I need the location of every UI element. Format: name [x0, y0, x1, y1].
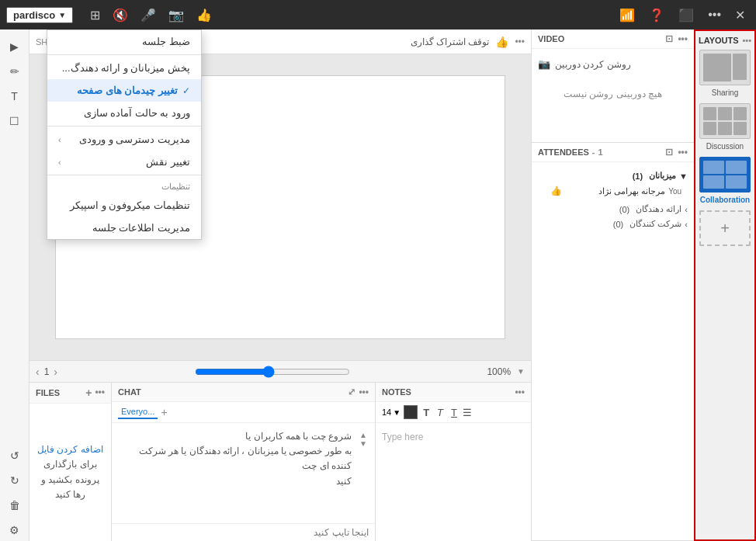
close-icon[interactable]: ✕ — [730, 5, 750, 26]
sidebar-pen-btn[interactable]: ✏ — [4, 61, 26, 82]
sidebar-redo-btn[interactable]: ↻ — [4, 470, 26, 491]
zoom-arrow[interactable]: ▼ — [517, 367, 525, 376]
presenters-section[interactable]: › ارائه دهندگان (0) — [532, 202, 694, 217]
mute-icon[interactable]: 🔇 — [108, 5, 133, 26]
video-content: 📷 روشن کردن دوربین هیچ دوربینی روشن نیست — [532, 49, 694, 142]
share-more-icon[interactable]: ••• — [515, 36, 525, 47]
app-title: pardisco — [13, 9, 55, 21]
layout-collaboration-label: Collaboration — [699, 196, 751, 204]
sidebar-settings-btn[interactable]: ⚙ — [4, 519, 26, 541]
prev-page-btn[interactable]: ‹ — [36, 366, 40, 378]
notes-bold-btn[interactable]: T — [421, 406, 432, 419]
menu-role-arrow: › — [58, 158, 61, 167]
files-add-link[interactable]: اضافه کردن فایل — [37, 444, 103, 455]
menu-item-access[interactable]: مدیریت دسترسی و ورودی › — [47, 128, 201, 151]
hosts-section-header[interactable]: ▼ میزبانان (1) — [538, 168, 688, 183]
menu-role-label: تغییر نقش — [146, 156, 190, 168]
attendees-more-icon[interactable]: ••• — [678, 147, 688, 158]
chat-input-area — [112, 523, 375, 541]
help-icon[interactable]: ❓ — [644, 5, 669, 26]
files-add-icon[interactable]: + — [85, 387, 92, 399]
sidebar-text-btn[interactable]: T — [4, 85, 26, 107]
notes-placeholder: Type here — [382, 432, 423, 442]
menu-item-session-info[interactable]: مدیریت اطلاعات جلسه — [47, 217, 201, 239]
layout-sharing-label: Sharing — [699, 88, 751, 97]
layouts-title: LAYOUTS — [699, 36, 739, 45]
presenters-arrow: › — [685, 205, 688, 214]
chat-content: ▲ ▼ شروع چت با همه کاربران یا به طور خصو… — [112, 423, 375, 523]
layout-add-btn[interactable]: + — [699, 210, 751, 246]
cthumb-cell-4 — [726, 175, 747, 189]
camera-toggle-row: 📷 روشن کردن دوربین — [538, 55, 688, 73]
chat-header-icons: ⤢ ••• — [348, 387, 369, 397]
layout-add-icon: + — [720, 220, 730, 238]
share-thumb-icon[interactable]: 👍 — [495, 36, 508, 48]
files-more-icon[interactable]: ••• — [95, 387, 105, 399]
hosts-label: میزبانان — [649, 171, 676, 181]
notes-more-icon[interactable]: ••• — [515, 387, 525, 397]
chat-input[interactable] — [118, 527, 369, 538]
menu-mic-settings-label: تنظیمات میکروفون و اسپیکر — [70, 199, 190, 211]
app-logo[interactable]: pardisco ▼ — [6, 7, 73, 23]
chat-expand-icon[interactable]: ⤢ — [348, 387, 355, 397]
stop-sharing-label: توقف اشتراک گذاری — [411, 36, 490, 47]
sidebar-shape-btn[interactable]: ☐ — [4, 110, 26, 132]
chat-scroll-down[interactable]: ▼ — [359, 439, 367, 448]
notes-font-arrow[interactable]: ▼ — [393, 408, 401, 417]
sidebar-undo-btn[interactable]: ↺ — [4, 445, 26, 466]
dthumb-cell-4 — [703, 122, 716, 135]
hosts-count: (1) — [633, 172, 643, 181]
chat-scroll-up[interactable]: ▲ — [359, 431, 367, 439]
next-page-btn[interactable]: › — [54, 366, 57, 378]
files-panel: FILES + ••• اضافه کردن فایل برای بازگذار… — [29, 383, 112, 541]
sidebar-pointer-btn[interactable]: ▶ — [4, 36, 26, 57]
grid-icon[interactable]: ⊞ — [85, 5, 105, 26]
video-expand-icon[interactable]: ⊡ — [665, 33, 673, 44]
dthumb-cell-2 — [718, 107, 731, 120]
attendees-expand-icon[interactable]: ⊡ — [665, 147, 673, 158]
zoom-slider[interactable] — [195, 366, 350, 378]
files-header-icons: + ••• — [85, 387, 105, 399]
layout-collaboration-option[interactable] — [699, 157, 751, 192]
menu-item-present[interactable]: پخش میزبانان و ارائه دهندگ... — [47, 57, 201, 79]
chat-message: شروع چت با همه کاربران یا به طور خصوصی ی… — [118, 429, 352, 489]
notes-italic-btn[interactable]: T — [435, 406, 446, 419]
files-upload-text: اضافه کردن فایل برای بازگذاری پرونده بکش… — [36, 442, 105, 502]
menu-section-settings: تنظیمات — [47, 177, 201, 194]
topbar: pardisco ▼ ⊞ 🔇 🎤 📷 👍 📶 ❓ ⬛ ••• ✕ — [0, 0, 756, 29]
layout-discussion-thumb — [700, 104, 750, 138]
menu-item-role[interactable]: تغییر نقش › — [47, 151, 201, 173]
notes-panel-header: NOTES ••• — [376, 383, 531, 402]
chat-more-icon[interactable]: ••• — [359, 387, 369, 397]
notes-underline-btn[interactable]: T — [449, 406, 459, 419]
camera-icon[interactable]: 📷 — [164, 5, 189, 26]
menu-item-layout[interactable]: ✓ تغییر چیدمان های صفحه — [47, 79, 201, 102]
no-camera-text: هیچ دوربینی روشن نیست — [538, 88, 688, 99]
mic-icon[interactable]: 🎤 — [136, 5, 161, 26]
more-icon[interactable]: ••• — [703, 5, 726, 25]
menu-item-ready[interactable]: ورود به حالت آماده سازی — [47, 102, 201, 124]
participants-section[interactable]: › شرکت کنندگان (0) — [532, 217, 694, 231]
menu-item-mic-settings[interactable]: تنظیمات میکروفون و اسپیکر — [47, 194, 201, 217]
chat-tab-everyone[interactable]: Everyo... — [118, 405, 158, 419]
topbar-right: 📶 ❓ ⬛ ••• ✕ — [615, 5, 750, 26]
layouts-more-icon[interactable]: ••• — [742, 36, 751, 45]
menu-item-record[interactable]: ضبط جلسه — [47, 30, 201, 53]
monitor-icon[interactable]: ⬛ — [674, 5, 699, 26]
dthumb-cell-6 — [733, 122, 747, 135]
attendees-panel: ATTENDEES - 1 ⊡ ••• ▼ میزبانان (1) You — [532, 143, 694, 541]
menu-present-label: پخش میزبانان و ارائه دهندگ... — [62, 62, 190, 74]
sidebar-delete-btn[interactable]: 🗑 — [4, 494, 26, 516]
video-more-icon[interactable]: ••• — [678, 33, 688, 44]
notes-list-btn[interactable]: ☰ — [463, 407, 472, 418]
files-desc: برای بازگذاری پرونده بکشید و رها کنید — [36, 457, 105, 502]
layout-sharing-option[interactable] — [699, 50, 751, 85]
zoom-value: 100% — [487, 366, 511, 377]
chat-tab-add-btn[interactable]: + — [161, 406, 167, 418]
like-icon[interactable]: 👍 — [192, 5, 217, 26]
notes-color-picker[interactable] — [404, 405, 418, 419]
chat-scroll-btns: ▲ ▼ — [358, 429, 369, 449]
layout-discussion-option[interactable] — [699, 103, 751, 139]
page-number: 1 — [44, 366, 50, 377]
menu-record-label: ضبط جلسه — [142, 36, 190, 47]
